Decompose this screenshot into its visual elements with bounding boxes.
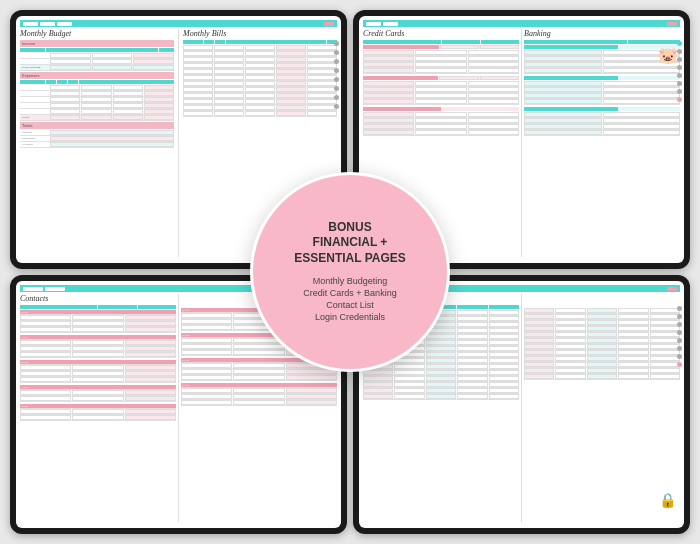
main-container: Monthly Budget Income TOTAL INCOME Expen (0, 0, 700, 544)
contacts-title: Contacts (20, 294, 176, 303)
credit-cards-title: Credit Cards (363, 29, 519, 38)
circle-item-3: Contact List (303, 300, 396, 310)
circle-items-list: Monthly Budgeting Credit Cards + Banking… (303, 274, 396, 324)
circle-item-2: Credit Cards + Banking (303, 288, 396, 298)
pig-icon: 🐷 (658, 46, 678, 65)
circle-item-1: Monthly Budgeting (303, 276, 396, 286)
income-label: Income (20, 40, 174, 47)
circle-line3: ESSENTIAL PAGES (294, 251, 406, 265)
expenses-label: Expenses (20, 72, 174, 79)
circle-item-4: Login Credentials (303, 312, 396, 322)
bills-title: Monthly Bills (183, 29, 337, 38)
circle-line1: BONUS (328, 220, 371, 234)
bonus-circle: BONUS FINANCIAL + ESSENTIAL PAGES Monthl… (250, 172, 450, 372)
circle-title: BONUS FINANCIAL + ESSENTIAL PAGES (294, 220, 406, 267)
circle-line2: FINANCIAL + (313, 235, 388, 249)
lock-icon: 🔒 (659, 492, 676, 508)
banking-title: Banking (524, 29, 680, 38)
totals-label: Totals (20, 122, 174, 129)
budget-title: Monthly Budget (20, 29, 174, 38)
